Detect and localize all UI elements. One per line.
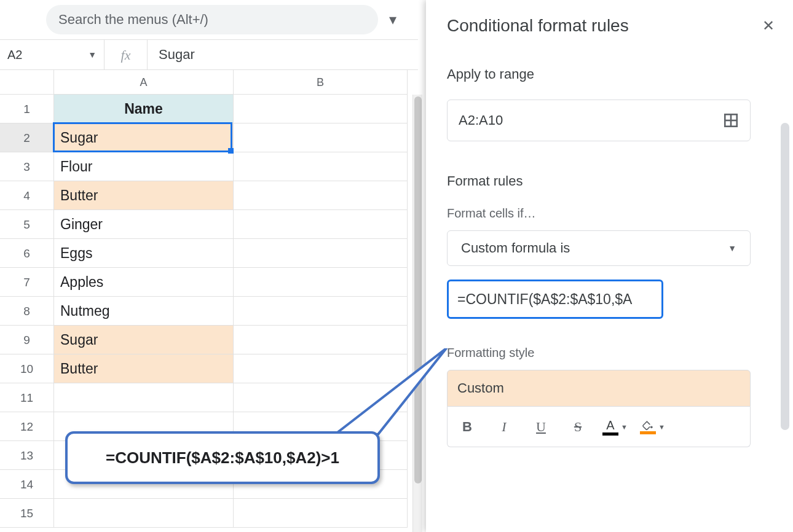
- cell[interactable]: Apples: [54, 268, 234, 297]
- underline-button[interactable]: U: [529, 419, 553, 435]
- table-row: 8Nutmeg: [0, 297, 422, 326]
- formula-callout: =COUNTIF($A$2:$A$10,$A2)>1: [65, 431, 380, 484]
- row-header[interactable]: 7: [0, 268, 54, 297]
- apply-range-label: Apply to range: [447, 66, 775, 82]
- caret-down-icon: ▼: [658, 423, 665, 431]
- range-picker-icon[interactable]: [723, 112, 739, 128]
- column-header-A[interactable]: A: [54, 70, 234, 95]
- row-header[interactable]: 14: [0, 470, 54, 499]
- cell[interactable]: [234, 239, 408, 268]
- row-header[interactable]: 3: [0, 152, 54, 181]
- svg-point-4: [650, 426, 653, 429]
- custom-formula-value: =COUNTIF($A$2:$A$10,$A: [457, 291, 632, 308]
- cell[interactable]: [234, 181, 408, 210]
- conditional-format-panel: Conditional format rules ✕ Apply to rang…: [426, 0, 793, 532]
- cell[interactable]: [234, 499, 408, 528]
- cell[interactable]: [234, 123, 408, 152]
- style-toolbar: B I U S A ▼ ▼: [447, 407, 751, 447]
- cell[interactable]: Ginger: [54, 210, 234, 239]
- cell[interactable]: Sugar: [54, 326, 234, 354]
- menu-search-input[interactable]: Search the menus (Alt+/): [46, 5, 378, 34]
- name-box[interactable]: A2 ▼: [0, 40, 105, 69]
- row-header[interactable]: 8: [0, 297, 54, 326]
- row-header[interactable]: 5: [0, 210, 54, 239]
- strikethrough-button[interactable]: S: [566, 419, 590, 435]
- select-all-corner[interactable]: [0, 70, 54, 95]
- row-header[interactable]: 2: [0, 123, 54, 152]
- text-color-button[interactable]: A ▼: [602, 418, 628, 436]
- row-header[interactable]: 13: [0, 441, 54, 470]
- column-title-cell[interactable]: Name: [54, 95, 234, 123]
- caret-down-icon: ▼: [728, 243, 736, 253]
- row-header[interactable]: 11: [0, 383, 54, 412]
- format-rules-label: Format rules: [447, 173, 775, 189]
- table-row: 5Ginger: [0, 210, 422, 239]
- row-header[interactable]: 9: [0, 326, 54, 354]
- cell[interactable]: [234, 95, 408, 123]
- callout-text: =COUNTIF($A$2:$A$10,$A2)>1: [106, 448, 339, 467]
- cell[interactable]: Butter: [54, 354, 234, 383]
- row-header[interactable]: 1: [0, 95, 54, 123]
- style-name: Custom: [457, 380, 504, 396]
- row-header[interactable]: 12: [0, 412, 54, 441]
- formatting-style-label: Formatting style: [447, 346, 775, 360]
- cell[interactable]: [234, 210, 408, 239]
- table-row: 4Butter: [0, 181, 422, 210]
- cell[interactable]: Butter: [54, 181, 234, 210]
- condition-sub-label: Format cells if…: [447, 206, 775, 221]
- name-box-value: A2: [7, 48, 22, 62]
- caret-down-icon: ▼: [621, 423, 628, 431]
- apply-range-input[interactable]: A2:A10: [447, 100, 751, 141]
- apply-range-value: A2:A10: [459, 112, 503, 128]
- fx-label: fx: [105, 40, 148, 69]
- caret-down-icon: ▼: [88, 50, 97, 60]
- table-row: 15: [0, 499, 422, 528]
- panel-scrollbar[interactable]: [781, 123, 789, 504]
- svg-marker-0: [335, 348, 446, 434]
- custom-formula-input[interactable]: =COUNTIF($A$2:$A$10,$A: [447, 280, 663, 319]
- scroll-thumb[interactable]: [781, 123, 789, 430]
- fill-color-button[interactable]: ▼: [640, 419, 665, 434]
- cell[interactable]: [234, 297, 408, 326]
- cell[interactable]: [54, 499, 234, 528]
- cell[interactable]: Eggs: [54, 239, 234, 268]
- formula-bar[interactable]: Sugar: [148, 47, 206, 63]
- row-header[interactable]: 10: [0, 354, 54, 383]
- bold-button[interactable]: B: [455, 419, 479, 435]
- column-header-B[interactable]: B: [234, 70, 408, 95]
- cell[interactable]: Sugar: [54, 123, 234, 152]
- row-header[interactable]: 15: [0, 499, 54, 528]
- style-preview[interactable]: Custom: [447, 370, 751, 407]
- row-header[interactable]: 6: [0, 239, 54, 268]
- condition-select[interactable]: Custom formula is ▼: [447, 230, 751, 266]
- more-icon[interactable]: ⋮: [406, 14, 412, 26]
- table-row: 6Eggs: [0, 239, 422, 268]
- fill-icon: [641, 419, 655, 431]
- panel-title: Conditional format rules: [447, 16, 629, 36]
- cell[interactable]: [234, 268, 408, 297]
- table-row: 7Apples: [0, 268, 422, 297]
- grid-scrollbar[interactable]: ▼: [412, 95, 422, 532]
- condition-value: Custom formula is: [461, 240, 570, 256]
- table-row: 1Name: [0, 95, 422, 123]
- italic-button[interactable]: I: [492, 419, 516, 435]
- table-row: 2Sugar: [0, 123, 422, 152]
- menu-search-placeholder: Search the menus (Alt+/): [58, 12, 208, 28]
- table-row: 3Flour: [0, 152, 422, 181]
- cell[interactable]: Flour: [54, 152, 234, 181]
- cell[interactable]: [54, 383, 234, 412]
- chevron-down-icon[interactable]: ▾: [389, 11, 396, 28]
- cell[interactable]: [234, 152, 408, 181]
- row-header[interactable]: 4: [0, 181, 54, 210]
- close-icon[interactable]: ✕: [762, 17, 775, 34]
- cell[interactable]: Nutmeg: [54, 297, 234, 326]
